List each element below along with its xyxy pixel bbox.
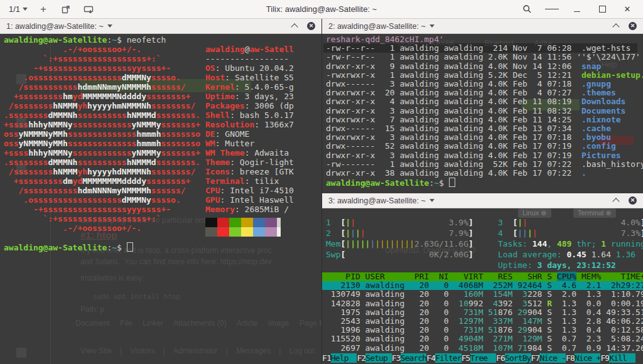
terminal-pane-2[interactable]: 2: awalding@aw-Satellite: ~ ✕ ISSA KAYAK… bbox=[322, 19, 643, 193]
htop-meters: 1 [|| 3.9%] 3 [|| 4.0%]2 [|||| 7.9%] 4 [… bbox=[322, 217, 643, 270]
pane1-header[interactable]: 1: awalding@aw-Satellite: ~ ✕ bbox=[0, 19, 322, 34]
palette-swatch bbox=[241, 218, 253, 227]
neofetch-color-palette bbox=[205, 218, 281, 237]
neofetch-system-info: awalding@aw-Satell-----------------OS: U… bbox=[202, 45, 294, 214]
htop-process-table[interactable]: PID USER PRI NI VIRT RES SHR S CPU% MEM%… bbox=[322, 272, 643, 353]
pane2-terminal-output[interactable]: reshark-qdd_8462cHI.mp4'-rw-r--r-- 1 awa… bbox=[322, 35, 643, 188]
tilix-window: 1/1 + Tilix: awalding@aw-Satellite: ~ bbox=[0, 0, 643, 364]
pane1-title-dropdown-icon[interactable] bbox=[107, 24, 112, 28]
bleedthrough-text: sudo apt install htop bbox=[93, 292, 180, 301]
palette-swatch bbox=[277, 227, 281, 237]
pane2-title: 2: awalding@aw-Satellite: ~ bbox=[328, 22, 426, 31]
palette-swatch bbox=[229, 218, 241, 227]
terminal-pane-3[interactable]: 3: awalding@aw-Satellite: ~ ✕ Linux ⊗Ter… bbox=[322, 193, 643, 364]
pane3-close-icon[interactable]: ✕ bbox=[629, 196, 637, 205]
palette-swatch bbox=[205, 218, 217, 227]
window-titlebar: 1/1 + Tilix: awalding@aw-Satellite: ~ bbox=[0, 0, 643, 19]
bleedthrough-text: Path: p bbox=[80, 305, 104, 314]
palette-swatch bbox=[265, 227, 277, 237]
palette-swatch bbox=[217, 218, 229, 227]
pane1-maximize-icon[interactable] bbox=[291, 23, 298, 30]
pane1-close-icon[interactable]: ✕ bbox=[307, 22, 315, 30]
window-title: Tilix: awalding@aw-Satellite: ~ bbox=[134, 4, 509, 14]
open-new-window-icon[interactable] bbox=[59, 3, 73, 16]
terminal-pane-1[interactable]: 1: awalding@aw-Satellite: ~ ✕ Let's jump… bbox=[0, 19, 322, 364]
bleedthrough-text: View Site | Visitors | Administrator | M… bbox=[80, 346, 315, 355]
pane1-title: 1: awalding@aw-Satellite: ~ bbox=[6, 22, 104, 31]
pane1-terminal-output[interactable]: awalding@aw-Satellite:~$ neofetch .-/+oo… bbox=[0, 35, 200, 252]
pane3-title: 3: awalding@aw-Satellite: ~ bbox=[328, 196, 426, 205]
palette-swatch bbox=[253, 227, 265, 237]
palette-swatch bbox=[205, 227, 217, 237]
palette-swatch bbox=[277, 218, 281, 227]
bleedthrough-text: Document File Linker Attachments (0) Art… bbox=[75, 319, 322, 328]
bleedthrough-text: and Solaris. You can find more info here… bbox=[80, 257, 272, 266]
palette-swatch bbox=[241, 227, 253, 237]
close-button[interactable]: ✕ bbox=[620, 3, 634, 16]
pane2-header[interactable]: 2: awalding@aw-Satellite: ~ ✕ bbox=[322, 19, 643, 34]
bleedthrough-text: Installation is easy: bbox=[80, 274, 144, 282]
pane3-header[interactable]: 3: awalding@aw-Satellite: ~ ✕ bbox=[322, 193, 643, 208]
menu-icon[interactable] bbox=[545, 3, 559, 16]
pane2-maximize-icon[interactable] bbox=[612, 23, 619, 30]
htop-function-key-bar[interactable]: F1Help F2Setup F3SearchF4FilterF5Tree F6… bbox=[322, 353, 643, 363]
bleedthrough-shape bbox=[16, 348, 26, 358]
pane2-title-dropdown-icon[interactable] bbox=[430, 24, 435, 28]
new-session-button[interactable]: + bbox=[36, 3, 50, 16]
chevron-down-icon bbox=[23, 8, 28, 11]
pane3-maximize-icon[interactable] bbox=[612, 198, 619, 205]
bleedthrough-text: Terminal ⊗ bbox=[573, 208, 616, 218]
pane2-close-icon[interactable]: ✕ bbox=[629, 22, 637, 30]
session-counter-dropdown[interactable]: 1/1 bbox=[9, 4, 28, 14]
restore-button[interactable] bbox=[595, 3, 609, 16]
search-icon[interactable] bbox=[520, 3, 534, 16]
move-terminal-icon[interactable] bbox=[82, 3, 95, 16]
palette-swatch bbox=[265, 218, 277, 227]
pane3-title-dropdown-icon[interactable] bbox=[430, 199, 435, 202]
palette-swatch bbox=[253, 218, 265, 227]
session-counter-label: 1/1 bbox=[9, 4, 20, 14]
minimize-button[interactable] bbox=[570, 3, 584, 16]
palette-swatch bbox=[217, 227, 229, 237]
palette-swatch bbox=[229, 227, 241, 237]
bleedthrough-text: Linux ⊗ bbox=[518, 208, 551, 218]
